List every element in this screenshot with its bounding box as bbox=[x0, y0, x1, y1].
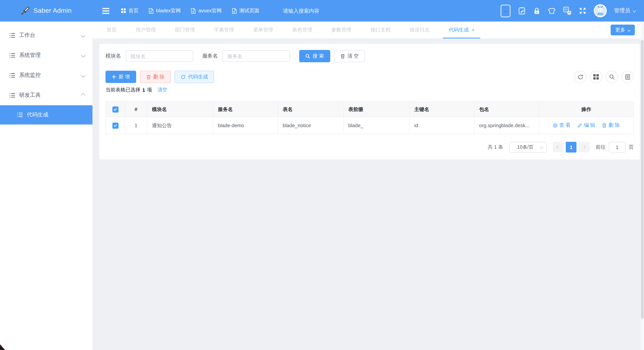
row-delete-link[interactable]: 删 除 bbox=[602, 122, 620, 129]
column-header-module: 模块名 bbox=[147, 102, 213, 117]
logo[interactable]: Saber Admin bbox=[0, 0, 92, 22]
top-nav-label: 测试页面 bbox=[239, 7, 259, 14]
cell-package: org.springblade.desk... bbox=[474, 117, 539, 134]
top-nav-home[interactable]: 首页 bbox=[121, 7, 138, 14]
tab-home[interactable]: 首页 bbox=[97, 22, 126, 38]
top-nav-bladex-site[interactable]: bladex官网 bbox=[148, 7, 181, 14]
select-all-checkbox[interactable] bbox=[112, 106, 118, 113]
debug-tool-icon[interactable] bbox=[518, 7, 526, 15]
code-table: # 模块名 服务名 表名 表前缀 主键名 包名 操作 bbox=[106, 101, 634, 134]
hamburger-icon bbox=[102, 8, 110, 14]
header-actions: 中A 管理员 bbox=[500, 4, 644, 17]
row-checkbox[interactable] bbox=[112, 123, 118, 129]
close-icon[interactable]: × bbox=[472, 27, 474, 33]
add-button[interactable]: 新 增 bbox=[106, 71, 136, 83]
prev-page-button[interactable] bbox=[553, 142, 564, 152]
cell-module: 通知公告 bbox=[147, 117, 213, 134]
app-root: Saber Admin 工作台 系统管理 系统监控 bbox=[0, 0, 644, 350]
sidebar-item-workbench[interactable]: 工作台 bbox=[0, 25, 92, 45]
sidebar-menu: 工作台 系统管理 系统监控 研发工具 bbox=[0, 25, 92, 124]
document-list-icon bbox=[625, 74, 630, 80]
tab-label: 首页 bbox=[107, 27, 116, 34]
column-header-package: 包名 bbox=[474, 102, 539, 117]
tab-error-log[interactable]: 错误日志 bbox=[400, 22, 439, 38]
tab-role-manage[interactable]: 角色管理 bbox=[283, 22, 322, 38]
tab-dict-manage[interactable]: 字典管理 bbox=[204, 22, 244, 38]
table-header-row: # 模块名 服务名 表名 表前缀 主键名 包名 操作 bbox=[106, 102, 634, 117]
avatar[interactable] bbox=[594, 4, 607, 17]
fullscreen-icon[interactable] bbox=[579, 7, 586, 15]
clear-button[interactable]: 清 空 bbox=[334, 50, 365, 62]
goto-page-input[interactable] bbox=[609, 142, 626, 152]
page-size-select[interactable]: 10条/页 bbox=[509, 142, 546, 152]
column-search-button[interactable] bbox=[606, 71, 618, 83]
column-settings-button[interactable] bbox=[621, 71, 634, 83]
delete-button[interactable]: 删 除 bbox=[140, 71, 171, 83]
lock-icon[interactable] bbox=[533, 7, 540, 15]
search-icon bbox=[305, 54, 310, 59]
top-nav-label: 首页 bbox=[128, 7, 138, 14]
selection-suffix: 项 bbox=[147, 86, 152, 93]
trash-icon bbox=[146, 74, 151, 79]
table-row: 1 通知公告 blade-demo blade_notice blade_ id… bbox=[106, 117, 634, 134]
sidebar-item-dev-tools[interactable]: 研发工具 bbox=[0, 85, 92, 105]
chevron-down-icon bbox=[540, 146, 543, 149]
total-count-label: 共 1 条 bbox=[488, 144, 503, 151]
tab-label: 部门管理 bbox=[175, 27, 195, 34]
row-edit-link[interactable]: 编 辑 bbox=[577, 122, 595, 129]
tab-param-manage[interactable]: 参数管理 bbox=[322, 22, 361, 38]
sidebar-item-code-generation[interactable]: 代码生成 bbox=[0, 105, 92, 124]
selection-info: 当前表格已选择 1 项 清空 bbox=[106, 86, 634, 94]
code-generate-button[interactable]: 代码生成 bbox=[175, 71, 214, 83]
page-size-value: 10条/页 bbox=[517, 144, 534, 150]
selection-clear-link[interactable]: 清空 bbox=[157, 86, 167, 93]
tab-dept-manage[interactable]: 部门管理 bbox=[165, 22, 204, 38]
top-nav-test-page[interactable]: 测试页面 bbox=[232, 7, 259, 14]
tab-api-docs[interactable]: 接口文档 bbox=[361, 22, 400, 38]
trash-icon bbox=[602, 123, 607, 128]
cell-table: blade_notice bbox=[278, 117, 344, 134]
refresh-button[interactable] bbox=[574, 71, 586, 83]
sidebar-item-system-manage[interactable]: 系统管理 bbox=[0, 45, 92, 65]
column-header-prefix: 表前缀 bbox=[344, 102, 410, 117]
tab-label: 字典管理 bbox=[214, 27, 234, 34]
language-translate-icon[interactable]: 中A bbox=[563, 7, 572, 15]
tab-label: 用户管理 bbox=[136, 27, 156, 34]
service-name-input[interactable] bbox=[222, 50, 290, 62]
scrollbar-thumb[interactable] bbox=[641, 40, 644, 319]
row-view-link[interactable]: 查 看 bbox=[553, 122, 570, 129]
code-generate-button-label: 代码生成 bbox=[188, 73, 208, 80]
sidebar-collapse-button[interactable] bbox=[102, 8, 110, 14]
chevron-left-icon bbox=[556, 146, 560, 149]
tab-label: 接口文档 bbox=[370, 27, 390, 34]
svg-text:A: A bbox=[568, 11, 570, 14]
tab-menu-manage[interactable]: 菜单管理 bbox=[244, 22, 283, 38]
tab-label: 菜单管理 bbox=[253, 27, 273, 34]
toolbar-row: 新 增 删 除 代码生成 bbox=[106, 71, 634, 83]
tab-code-generation[interactable]: 代码生成 × bbox=[439, 22, 484, 38]
next-page-button[interactable] bbox=[579, 142, 590, 152]
module-name-input[interactable] bbox=[126, 50, 193, 62]
clear-button-label: 清 空 bbox=[347, 53, 359, 60]
header-search-input[interactable] bbox=[282, 8, 349, 14]
user-menu[interactable]: 管理员 bbox=[614, 7, 636, 14]
sidebar-item-system-monitor[interactable]: 系统监控 bbox=[0, 65, 92, 85]
collapse-panel-button[interactable] bbox=[500, 5, 510, 17]
corner-badge[interactable] bbox=[0, 344, 5, 350]
tab-user-manage[interactable]: 用户管理 bbox=[126, 22, 165, 38]
trash-icon bbox=[340, 54, 345, 59]
grid-view-button[interactable] bbox=[590, 71, 602, 83]
document-icon bbox=[148, 8, 154, 14]
page-number-1[interactable]: 1 bbox=[566, 142, 576, 152]
sidebar-item-label: 系统监控 bbox=[19, 72, 82, 79]
top-nav-avuex-site[interactable]: avuex官网 bbox=[191, 7, 222, 14]
more-tabs-button[interactable]: 更多 bbox=[611, 25, 635, 35]
sidebar-item-label: 代码生成 bbox=[27, 111, 92, 118]
scrollbar[interactable] bbox=[640, 22, 644, 350]
theme-tshirt-icon[interactable] bbox=[548, 7, 556, 15]
goto-suffix-label: 页 bbox=[629, 144, 634, 151]
grid-icon bbox=[593, 74, 599, 80]
search-button[interactable]: 搜 索 bbox=[299, 50, 330, 62]
more-label: 更多 bbox=[615, 27, 625, 34]
goto-label: 前往 bbox=[596, 144, 606, 151]
